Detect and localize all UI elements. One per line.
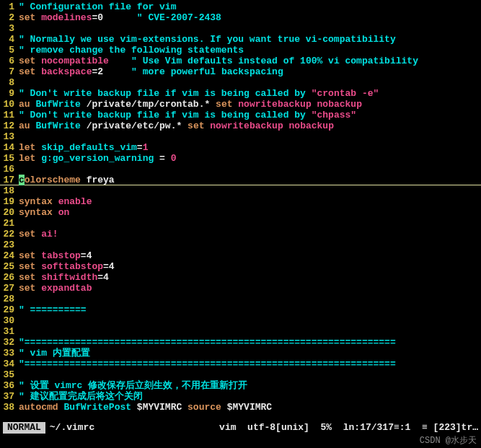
code-line[interactable]: 21 — [0, 218, 481, 229]
code-line[interactable]: 10au BufWrite /private/tmp/crontab.* set… — [0, 99, 481, 110]
file-path: ~/.vimrc — [45, 422, 94, 434]
line-content: let g:go_version_warning = 0 — [19, 153, 481, 164]
code-line[interactable]: 1" Configuration file for vim — [0, 1, 481, 12]
line-number: 18 — [0, 185, 19, 196]
code-line[interactable]: 29" ========== — [0, 304, 481, 315]
code-line[interactable]: 38autocmd BufWritePost $MYVIMRC source $… — [0, 402, 481, 413]
line-content: "=======================================… — [19, 359, 481, 369]
line-content: set nocompatible " Use Vim defaults inst… — [19, 56, 481, 66]
line-number: 4 — [0, 34, 19, 45]
code-line[interactable]: 28 — [0, 294, 481, 304]
code-line[interactable]: 24set tabstop=4 — [0, 250, 481, 261]
line-content: colorscheme freya — [19, 175, 481, 185]
line-content: " vim 内置配置 — [19, 348, 481, 359]
code-line[interactable]: 17colorscheme freya — [0, 175, 481, 185]
code-line[interactable]: 16 — [0, 164, 481, 175]
encoding: utf-8[unix] — [247, 422, 309, 434]
line-number: 10 — [0, 99, 19, 110]
line-number: 24 — [0, 250, 19, 261]
code-line[interactable]: 11" Don't write backup file if vim is be… — [0, 110, 481, 120]
code-line[interactable]: 15let g:go_version_warning = 0 — [0, 153, 481, 164]
filetype: vim — [219, 422, 236, 434]
watermark: CSDN @水步天 — [420, 434, 477, 447]
line-number: 22 — [0, 229, 19, 240]
line-content: autocmd BufWritePost $MYVIMRC source $MY… — [19, 402, 481, 413]
line-number: 13 — [0, 131, 19, 142]
code-line[interactable]: 13 — [0, 131, 481, 142]
line-content: " Configuration file for vim — [19, 1, 481, 12]
line-number: 38 — [0, 402, 19, 413]
code-line[interactable]: 3 — [0, 23, 481, 34]
code-line[interactable]: 31 — [0, 326, 481, 337]
line-content — [19, 315, 481, 326]
code-line[interactable]: 25set softtabstop=4 — [0, 261, 481, 272]
line-number: 21 — [0, 218, 19, 229]
line-number: 30 — [0, 315, 19, 326]
code-line[interactable]: 19syntax enable — [0, 196, 481, 207]
line-number: 8 — [0, 77, 19, 88]
line-content: set tabstop=4 — [19, 250, 481, 261]
line-content: " ========== — [19, 304, 481, 315]
line-number: 25 — [0, 261, 19, 272]
code-line[interactable]: 9" Don't write backup file if vim is bei… — [0, 88, 481, 99]
code-line[interactable]: 7set backspace=2 " more powerful backspa… — [0, 66, 481, 77]
line-number: 14 — [0, 142, 19, 153]
code-line[interactable]: 32"=====================================… — [0, 337, 481, 348]
line-content: syntax on — [19, 207, 481, 218]
line-content — [19, 164, 481, 175]
line-content — [19, 240, 481, 250]
line-number: 5 — [0, 45, 19, 56]
line-number: 23 — [0, 240, 19, 250]
code-line[interactable]: 14let skip_defaults_vim=1 — [0, 142, 481, 153]
code-line[interactable]: 4" Normally we use vim-extensions. If yo… — [0, 34, 481, 45]
line-content: " 设置 vimrc 修改保存后立刻生效，不用在重新打开 — [19, 380, 481, 391]
code-line[interactable]: 37" 建议配置完成后将这个关闭 — [0, 391, 481, 402]
line-content — [19, 369, 481, 380]
line-number: 15 — [0, 153, 19, 164]
line-number: 3 — [0, 23, 19, 34]
editor-area[interactable]: 1" Configuration file for vim2set modeli… — [0, 0, 481, 414]
line-content: set ai! — [19, 229, 481, 240]
line-number: 2 — [0, 12, 19, 23]
line-content: " 建议配置完成后将这个关闭 — [19, 391, 481, 402]
line-content — [19, 326, 481, 337]
code-line[interactable]: 34"=====================================… — [0, 359, 481, 369]
cursor-position: ln:17/317≡:1 — [343, 422, 411, 434]
code-line[interactable]: 27set expandtab — [0, 283, 481, 294]
code-line[interactable]: 8 — [0, 77, 481, 88]
status-extra: ≡ [223]tr… — [422, 422, 478, 434]
line-number: 31 — [0, 326, 19, 337]
line-number: 37 — [0, 391, 19, 402]
line-content: set modelines=0 " CVE-2007-2438 — [19, 12, 481, 23]
code-line[interactable]: 20syntax on — [0, 207, 481, 218]
code-line[interactable]: 35 — [0, 369, 481, 380]
code-line[interactable]: 2set modelines=0 " CVE-2007-2438 — [0, 12, 481, 23]
line-number: 19 — [0, 196, 19, 207]
line-content: " Don't write backup file if vim is bein… — [19, 88, 481, 99]
line-content: " remove change the following statements — [19, 45, 481, 56]
line-content: set softtabstop=4 — [19, 261, 481, 272]
line-content: let skip_defaults_vim=1 — [19, 142, 481, 153]
code-line[interactable]: 22set ai! — [0, 229, 481, 240]
line-content — [19, 294, 481, 304]
code-line[interactable]: 30 — [0, 315, 481, 326]
code-line[interactable]: 26set shiftwidth=4 — [0, 272, 481, 283]
line-number: 26 — [0, 272, 19, 283]
line-number: 32 — [0, 337, 19, 348]
code-line[interactable]: 33" vim 内置配置 — [0, 348, 481, 359]
line-content — [19, 218, 481, 229]
code-line[interactable]: 6set nocompatible " Use Vim defaults ins… — [0, 56, 481, 66]
code-line[interactable]: 18 — [0, 185, 481, 196]
line-content: syntax enable — [19, 196, 481, 207]
line-content: " Normally we use vim-extensions. If you… — [19, 34, 481, 45]
percent: 5% — [321, 422, 332, 434]
line-number: 1 — [0, 1, 19, 12]
line-number: 20 — [0, 207, 19, 218]
line-number: 28 — [0, 294, 19, 304]
code-line[interactable]: 23 — [0, 240, 481, 250]
code-line[interactable]: 12au BufWrite /private/etc/pw.* set nowr… — [0, 120, 481, 131]
code-line[interactable]: 5" remove change the following statement… — [0, 45, 481, 56]
line-number: 12 — [0, 120, 19, 131]
code-line[interactable]: 36" 设置 vimrc 修改保存后立刻生效，不用在重新打开 — [0, 380, 481, 391]
line-content: set expandtab — [19, 283, 481, 294]
